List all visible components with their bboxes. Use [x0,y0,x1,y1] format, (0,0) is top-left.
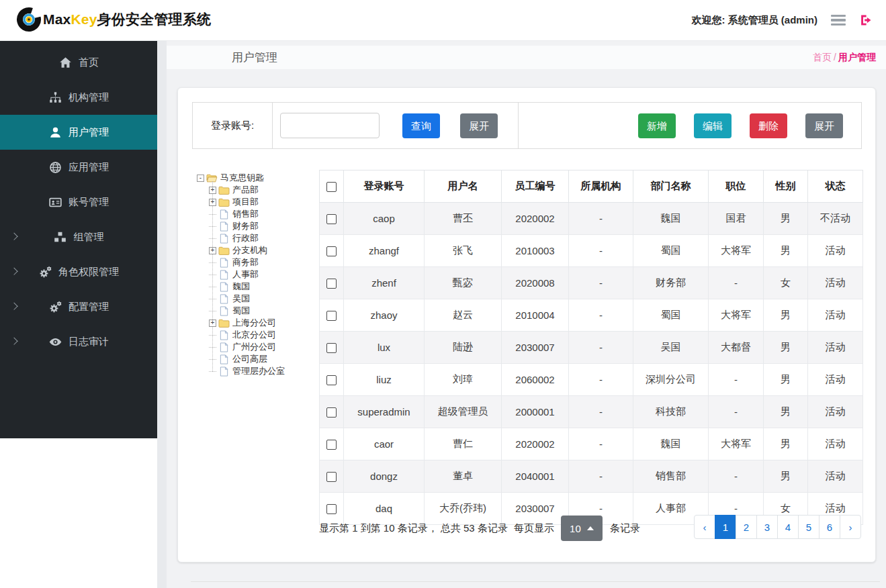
tree-node[interactable]: +产品部 [197,184,318,196]
cell: 活动 [808,396,863,428]
tree-node[interactable]: 蜀国 [197,305,318,317]
tree-node[interactable]: 广州分公司 [197,341,318,353]
tree-node[interactable]: 商务部 [197,256,318,268]
tree-expand-icon[interactable]: + [209,320,216,327]
sidebar-item-config[interactable]: 配置管理 [0,289,157,324]
brand-logo[interactable]: MaxKey身份安全管理系统 [16,7,211,32]
cell: 大都督 [709,332,764,364]
cell: 蜀国 [633,235,709,267]
pagination: ‹123456› [694,515,861,539]
page-5-button[interactable]: 5 [798,515,819,539]
sidebar-item-audit[interactable]: 日志审计 [0,324,157,359]
row-checkbox[interactable] [326,343,337,353]
users-table: 登录账号用户名员工编号所属机构部门名称职位性别状态caop曹丕2020002-魏… [319,170,863,525]
sidebar-item-user[interactable]: 用户管理 [0,115,157,150]
tree-node[interactable]: 人事部 [197,268,318,281]
cell: 女 [764,267,808,299]
tree-node[interactable]: +上海分公司 [197,317,318,329]
breadcrumb-separator: / [834,52,836,62]
row-checkbox[interactable] [326,504,337,514]
tree-node[interactable]: 公司高层 [197,353,318,365]
query-button[interactable]: 查询 [402,113,440,138]
breadcrumb-home-link[interactable]: 首页 [813,52,832,62]
cell: 2010004 [502,299,569,332]
row-checkbox[interactable] [326,407,337,418]
tree-node[interactable]: 北京分公司 [197,329,318,341]
file-icon [218,270,230,280]
page-4-button[interactable]: 4 [777,515,799,539]
row-checkbox[interactable] [326,311,337,321]
delete-button[interactable]: 删除 [750,113,787,138]
tree-node[interactable]: 行政部 [197,232,318,244]
row-checkbox[interactable] [326,472,337,482]
tree-node[interactable]: +项目部 [197,196,318,208]
tree-expand-icon[interactable]: + [209,247,216,254]
cell: 活动 [808,460,863,493]
page-1-button[interactable]: 1 [715,515,736,539]
page-prev-button[interactable]: ‹ [694,515,715,539]
toolbar-expand-button[interactable]: 展开 [805,113,843,138]
edit-button[interactable]: 编辑 [694,113,732,138]
tree-expand-icon[interactable]: + [209,199,216,206]
tree-node[interactable]: 管理层办公室 [197,365,318,377]
top-header: MaxKey身份安全管理系统 欢迎您: 系统管理员 (admin) [0,0,886,41]
table-row[interactable]: caop曹丕2020002-魏国国君男不活动 [320,203,863,235]
sidebar-item-home[interactable]: 首页 [0,45,157,80]
table-row[interactable]: superadmin超级管理员2000001-科技部-男活动 [320,396,863,428]
tree-node[interactable]: 吴国 [197,293,318,305]
login-account-input[interactable] [280,113,380,138]
logout-icon[interactable] [859,13,873,27]
tree-expand-icon[interactable]: + [209,187,216,194]
tree-node[interactable]: 魏国 [197,281,318,293]
id-card-icon [48,195,62,209]
row-checkbox[interactable] [326,246,337,256]
table-row[interactable]: caor曹仁2020002-魏国大将军男活动 [320,428,863,460]
globe-icon [48,160,62,174]
table-row[interactable]: lux陆逊2030007-吴国大都督男活动 [320,332,863,364]
search-toolbar: 登录账号: 查询 展开 新增 编辑 删除 展开 [192,102,862,149]
cell: 赵云 [425,299,502,332]
row-checkbox[interactable] [326,375,337,385]
cell: 男 [764,428,808,460]
page-6-button[interactable]: 6 [819,515,840,539]
cell: dongz [344,460,425,493]
cell: - [569,364,633,396]
table-header-row: 登录账号用户名员工编号所属机构部门名称职位性别状态 [320,170,863,203]
sitemap-icon [48,91,62,104]
row-checkbox[interactable] [326,214,337,224]
tree-connector-line [212,181,213,372]
sidebar-item-role[interactable]: 角色权限管理 [0,254,157,289]
table-row[interactable]: zhangf张飞2010003-蜀国大将军男活动 [320,235,863,267]
table-row[interactable]: liuz刘璋2060002-深圳分公司-男活动 [320,364,863,396]
table-row[interactable]: dongz董卓2040001-销售部-男活动 [320,460,863,493]
sidebar-item-group[interactable]: 组管理 [0,219,157,254]
search-expand-button[interactable]: 展开 [460,113,498,138]
page-2-button[interactable]: 2 [736,515,757,539]
folder-icon [218,197,230,207]
cell: 吴国 [633,332,709,364]
cell: - [569,396,633,428]
sidebar-item-org[interactable]: 机构管理 [0,80,157,115]
row-checkbox[interactable] [326,279,337,289]
sidebar-item-app[interactable]: 应用管理 [0,150,157,185]
cell: 男 [764,299,808,332]
tree-node-label: 销售部 [232,208,259,220]
tree-collapse-icon[interactable]: - [197,175,204,182]
row-checkbox[interactable] [326,440,337,450]
table-row[interactable]: zhaoy赵云2010004-蜀国大将军男活动 [320,299,863,332]
page-next-button[interactable]: › [840,515,861,539]
add-button[interactable]: 新增 [638,113,676,138]
page-size-dropdown[interactable]: 10 [561,516,603,541]
page-3-button[interactable]: 3 [756,515,778,539]
select-all-checkbox[interactable] [326,182,337,192]
table-row[interactable]: zhenf甄宓2020008-财务部-女活动 [320,267,863,299]
tree-node[interactable]: +分支机构 [197,244,318,256]
tree-node[interactable]: 财务部 [197,220,318,232]
sidebar-menu: 首页机构管理用户管理应用管理账号管理组管理角色权限管理配置管理日志审计 [0,45,157,359]
menu-icon[interactable] [831,12,846,29]
tree-node[interactable]: -马克思钥匙 [197,172,318,184]
cell: 男 [764,364,808,396]
tree-node[interactable]: 销售部 [197,208,318,220]
org-tree: -马克思钥匙+产品部+项目部销售部财务部行政部+分支机构商务部人事部魏国吴国蜀国… [197,172,318,377]
sidebar-item-account[interactable]: 账号管理 [0,185,157,219]
